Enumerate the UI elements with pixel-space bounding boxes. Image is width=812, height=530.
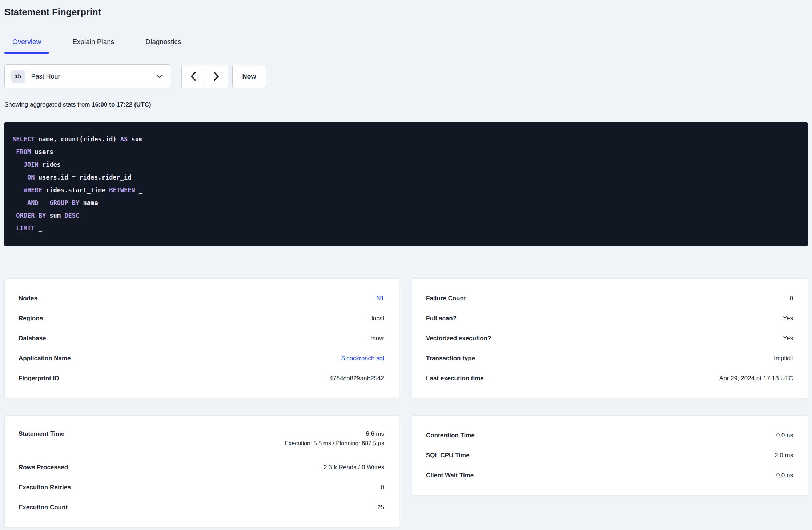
row-label: Execution Count xyxy=(19,504,68,511)
row-label: Application Name xyxy=(19,355,71,362)
summary-row: Client Wait Time0.0 ns xyxy=(426,465,793,485)
tab-diagnostics-label: Diagnostics xyxy=(145,38,181,45)
tab-explain-plans[interactable]: Explain Plans xyxy=(64,37,122,53)
summary-row: Execution Count25 xyxy=(19,497,384,517)
row-subvalue: Execution: 5.8 ms / Planning: 687.5 µs xyxy=(285,440,384,447)
sql-line: ON users.id = rides.rider_id xyxy=(12,171,800,184)
summary-row: Application Name$ cockroach sql xyxy=(19,348,384,368)
sql-line: WHERE rides.start_time BETWEEN _ xyxy=(12,184,800,197)
row-value: movr xyxy=(370,335,384,342)
previous-range-button[interactable] xyxy=(182,65,205,88)
now-button[interactable]: Now xyxy=(232,65,266,88)
summary-row: Statement Time6.6 msExecution: 5.8 ms / … xyxy=(19,425,384,457)
row-value: 0 xyxy=(790,295,793,302)
row-value: Yes xyxy=(783,335,793,342)
card-statement-details: NodesN1RegionslocalDatabasemovrApplicati… xyxy=(4,278,399,398)
summary-row: Fingerprint ID4784cb829aab2542 xyxy=(19,368,384,388)
summary-row: Failure Count0 xyxy=(426,288,793,308)
row-label: Database xyxy=(19,335,46,342)
summary-row: Contention Time0.0 ns xyxy=(426,425,793,445)
page-title: Statement Fingerprint xyxy=(4,6,808,18)
row-label: Execution Retries xyxy=(19,484,71,491)
row-label: Full scan? xyxy=(426,315,457,322)
row-value: 2.3 k Reads / 0 Writes xyxy=(323,464,384,471)
tab-overview-label: Overview xyxy=(12,38,41,45)
row-value: Apr 29, 2024 at 17:18 UTC xyxy=(719,375,793,382)
row-value: 6.6 ms xyxy=(366,430,384,438)
time-interval-picker[interactable]: 1h Past Hour xyxy=(4,64,171,88)
active-tab-underline xyxy=(4,52,49,54)
row-label: Nodes xyxy=(19,295,37,302)
summary-row: Last execution timeApr 29, 2024 at 17:18… xyxy=(426,368,793,388)
row-value: 25 xyxy=(377,504,384,511)
row-value: local xyxy=(371,315,384,322)
chevron-right-icon xyxy=(213,72,219,81)
card-execution-attributes: Failure Count0Full scan?YesVectorized ex… xyxy=(412,278,808,398)
sql-statement-box: SELECT name, count(rides.id) AS sum FROM… xyxy=(4,122,808,246)
summary-row: Vectorized execution?Yes xyxy=(426,328,793,348)
summary-row: Databasemovr xyxy=(19,328,384,348)
time-range-pager xyxy=(181,65,228,88)
summary-row: Rows Processed2.3 k Reads / 0 Writes xyxy=(19,457,384,477)
summary-row: Transaction typeImplicit xyxy=(426,348,793,368)
sql-line: JOIN rides xyxy=(12,158,800,171)
row-value: 0 xyxy=(381,484,384,491)
tab-overview[interactable]: Overview xyxy=(4,37,49,53)
tab-bar: Overview Explain Plans Diagnostics xyxy=(4,37,808,53)
row-value-link[interactable]: N1 xyxy=(376,295,384,302)
stats-time-range: 16:00 to 17:22 (UTC) xyxy=(92,101,151,108)
row-value: 2.0 ms xyxy=(775,452,793,459)
statement-fingerprint-page: Statement Fingerprint Overview Explain P… xyxy=(0,6,812,527)
sql-line: AND _ GROUP BY name xyxy=(12,197,800,209)
summary-row: Regionslocal xyxy=(19,308,384,328)
interval-badge: 1h xyxy=(11,70,25,83)
time-controls: 1h Past Hour Now xyxy=(4,64,808,88)
row-value: 0.0 ns xyxy=(776,432,793,439)
summary-cards: NodesN1RegionslocalDatabasemovrApplicati… xyxy=(4,278,808,527)
chevron-down-icon xyxy=(156,74,163,79)
row-label: Fingerprint ID xyxy=(19,375,59,382)
sql-code: SELECT name, count(rides.id) AS sum FROM… xyxy=(12,133,800,235)
sql-line: FROM users xyxy=(12,146,800,158)
row-value: Yes xyxy=(783,315,793,322)
row-label: Failure Count xyxy=(426,295,466,302)
row-value-link[interactable]: $ cockroach sql xyxy=(341,355,384,362)
row-label: SQL CPU Time xyxy=(426,452,469,459)
sql-line: LIMIT _ xyxy=(12,222,800,235)
row-value: Implicit xyxy=(774,355,793,362)
sql-line: ORDER BY sum DESC xyxy=(12,209,800,222)
interval-label: Past Hour xyxy=(31,73,156,80)
summary-row: Execution Retries0 xyxy=(19,477,384,497)
row-label: Client Wait Time xyxy=(426,472,474,479)
tab-diagnostics[interactable]: Diagnostics xyxy=(137,37,189,53)
row-label: Transaction type xyxy=(426,355,475,362)
chevron-left-icon xyxy=(190,72,196,81)
row-value: 4784cb829aab2542 xyxy=(330,375,384,382)
row-label: Vectorized execution? xyxy=(426,335,491,342)
aggregated-stats-line: Showing aggregated stats from 16:00 to 1… xyxy=(4,100,808,109)
row-label: Statement Time xyxy=(19,430,64,438)
row-label: Last execution time xyxy=(426,375,484,382)
stats-prefix: Showing aggregated stats from xyxy=(4,101,92,108)
sql-line: SELECT name, count(rides.id) AS sum xyxy=(12,133,800,146)
summary-row: NodesN1 xyxy=(19,288,384,308)
next-range-button[interactable] xyxy=(205,65,228,88)
summary-row: Full scan?Yes xyxy=(426,308,793,328)
row-value: 0.0 ns xyxy=(776,472,793,479)
row-label: Contention Time xyxy=(426,432,475,439)
summary-row: SQL CPU Time2.0 ms xyxy=(426,445,793,465)
card-execution-stats: Statement Time6.6 msExecution: 5.8 ms / … xyxy=(4,415,399,527)
card-wait-times: Contention Time0.0 nsSQL CPU Time2.0 msC… xyxy=(412,415,808,495)
row-label: Rows Processed xyxy=(19,464,68,471)
tab-explain-plans-label: Explain Plans xyxy=(72,38,114,45)
row-label: Regions xyxy=(19,315,43,322)
